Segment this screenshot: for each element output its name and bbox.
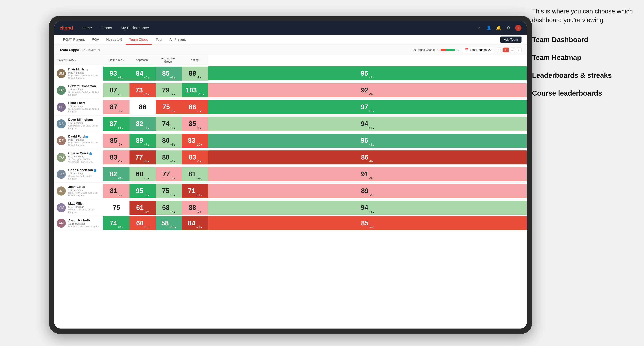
table-body: BM Blair McHarg Plus Handicap Royal Nort… (54, 65, 527, 230)
score-box: 87 -3 (103, 100, 130, 114)
change-pos-value: +5 (456, 48, 459, 51)
approach-cell: 75 +2 (156, 183, 182, 199)
grid-view-icon[interactable]: ⊞ (497, 47, 502, 52)
user-avatar[interactable]: J (515, 25, 522, 31)
main-content: Team Clippd | 14 Players ✎ 20 Round Chan… (54, 45, 527, 329)
score-value: 95 (361, 70, 368, 77)
change-arrow (147, 76, 150, 79)
score-box: 103 +15 (182, 83, 208, 97)
annotation-area: This is where you can choose which dashb… (532, 7, 634, 106)
score-box: 87 +4 (103, 117, 130, 131)
change-value: -2 (369, 193, 372, 197)
score-box: 84 -21 (182, 216, 208, 230)
navbar: clippd Home Teams My Performance ⌕ 👤 🔔 ⚙… (54, 21, 527, 35)
table-row[interactable]: BM Blair McHarg Plus Handicap Royal Nort… (54, 65, 527, 82)
table-row[interactable]: EC Edward Crossman 1-5 Handicap Sunningd… (54, 82, 527, 99)
score-value: 85 (110, 137, 117, 144)
col-header-player[interactable]: Player Quality ▾ (54, 55, 103, 65)
change-arrow (372, 210, 374, 213)
table-row[interactable]: CR Chris Robertson✓ 1-5 Handicap Craigmi… (54, 166, 527, 183)
player-avatar: CR (57, 170, 66, 179)
around-green-cell: 83 -10 (182, 132, 208, 149)
col-header-approach[interactable]: Approach ▾ (130, 55, 156, 65)
player-club: Royal North Devon Golf Club, United King… (68, 191, 101, 197)
change-arrow (147, 226, 149, 229)
score-value: 103 (186, 86, 197, 94)
annotation-intro: This is where you can choose which dashb… (532, 7, 634, 25)
player-avatar: EC (57, 86, 66, 95)
edit-team-icon[interactable]: ✎ (98, 48, 100, 52)
tab-tour[interactable]: Tour (152, 35, 166, 45)
tab-pgat-players[interactable]: PGAT Players (60, 35, 88, 45)
around-green-cell: 84 -21 (182, 216, 208, 230)
player-cell: DF David Ford✓ Plus Handicap Royal North… (54, 132, 103, 149)
person-icon[interactable]: 👤 (486, 25, 492, 31)
putting-cell: 92 -3 (208, 82, 527, 99)
score-value: 89 (136, 137, 143, 144)
add-team-button[interactable]: Add Team (500, 36, 522, 43)
change-value: +1 (369, 126, 372, 130)
table-row[interactable]: AN Aaron Nicholls 11-15 Handicap Drift G… (54, 216, 527, 230)
settings-icon[interactable]: ⚙ (506, 25, 512, 31)
table-row[interactable]: EE Elliot Ebert 1-5 Handicap Sunningdale… (54, 99, 527, 116)
score-box: 85 -3 (182, 117, 208, 131)
change-arrow (148, 93, 150, 96)
off-tee-cell: 73 -11 (130, 82, 156, 99)
download-icon[interactable]: ↓ (516, 47, 522, 52)
nav-my-performance[interactable]: My Performance (119, 25, 151, 31)
table-row[interactable]: DF David Ford✓ Plus Handicap Royal North… (54, 132, 527, 149)
change-arrow (121, 93, 123, 96)
player-handicap: 11-15 Handicap (68, 222, 100, 225)
score-value: 83 (110, 154, 117, 161)
list-view-icon[interactable]: ☰ (510, 47, 515, 52)
change-value: -2 (197, 210, 199, 213)
score-box: 86 -6 (182, 100, 208, 114)
player-club: Drift Golf Club, United Kingdom (68, 225, 100, 228)
player-quality-cell: 83 -3 (103, 149, 130, 166)
score-box: 92 -3 (208, 83, 527, 97)
table-row[interactable]: DB Dave Billingham 1-5 Handicap Gog Mago… (54, 116, 527, 132)
score-value: 88 (139, 103, 146, 111)
change-arrow (372, 160, 374, 163)
player-details: Edward Crossman 1-5 Handicap Sunningdale… (68, 84, 101, 96)
change-arrow (147, 177, 150, 180)
col-header-off-tee[interactable]: Off the Tee ▾ (103, 55, 130, 65)
score-box: 83 -6 (182, 151, 208, 165)
tab-pga[interactable]: PGA (88, 35, 103, 45)
change-value: -3 (118, 193, 120, 197)
col-header-around-green[interactable]: Around the Green ▾ (156, 55, 182, 65)
tab-all-players[interactable]: All Players (166, 35, 189, 45)
player-name: Elliot Ebert (68, 101, 101, 105)
player-cell: JC Josh Coles 1-5 Handicap Royal North D… (54, 183, 103, 199)
tab-hcaps[interactable]: Hcaps 1-5 (103, 35, 126, 45)
nav-home[interactable]: Home (80, 25, 94, 31)
bell-icon[interactable]: 🔔 (496, 25, 502, 31)
nav-teams[interactable]: Teams (99, 25, 114, 31)
score-box: 88 -2 (182, 201, 208, 215)
approach-cell: 79 +9 (156, 82, 182, 99)
change-value: +4 (170, 210, 174, 213)
player-details: Josh Coles 1-5 Handicap Royal North Devo… (68, 185, 101, 197)
change-arrow (174, 76, 176, 79)
search-icon[interactable]: ⌕ (476, 25, 482, 31)
team-name: Team Clippd (60, 48, 79, 52)
score-value: 61 (136, 204, 144, 211)
player-cell: EC Edward Crossman 1-5 Handicap Sunningd… (54, 82, 103, 99)
score-value: 84 (136, 70, 143, 77)
score-value: 77 (162, 170, 170, 178)
player-name: Edward Crossman (68, 84, 101, 88)
player-info: BM Blair McHarg Plus Handicap Royal Nort… (54, 65, 103, 82)
off-tee-cell: 61 -3 (130, 199, 156, 216)
team-player-count: | 14 Players (81, 48, 96, 52)
table-row[interactable]: MM Matt Miller 6-10 Handicap Woburn Golf… (54, 199, 527, 216)
table-row[interactable]: JC Josh Coles 1-5 Handicap Royal North D… (54, 183, 527, 199)
change-arrow (147, 193, 150, 197)
heatmap-view-icon[interactable]: ⊟ (503, 47, 509, 52)
around-green-cell: 86 -6 (182, 99, 208, 116)
last-rounds-button[interactable]: 📅 Last Rounds: 20 (462, 47, 494, 53)
tab-team-clippd[interactable]: Team Clippd (126, 35, 152, 45)
off-tee-cell: 60 +2 (130, 166, 156, 183)
table-row[interactable]: CQ Charlie Quick✓ 6-10 Handicap St. Geor… (54, 149, 527, 166)
col-header-putting[interactable]: Putting ▾ (182, 55, 208, 65)
change-value: +1 (170, 126, 174, 130)
